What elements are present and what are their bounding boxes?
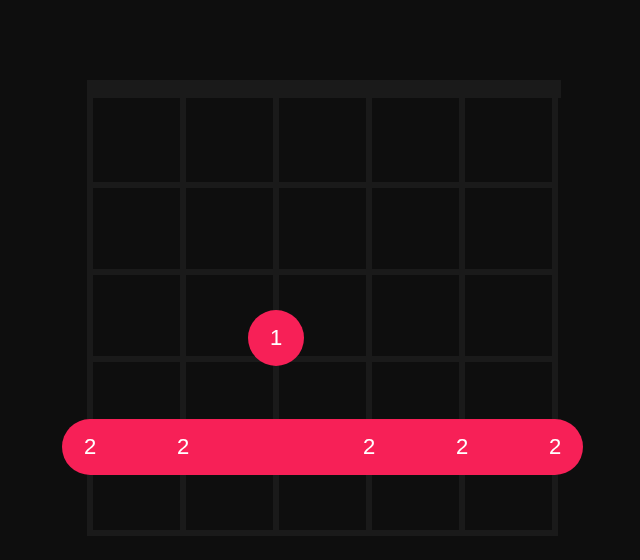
fret-3 [87, 356, 558, 362]
barre-label-string-1: 2 [84, 434, 96, 460]
fret-5 [87, 530, 558, 536]
barre-label-string-5: 2 [456, 434, 468, 460]
barre-label-string-4: 2 [363, 434, 375, 460]
barre-fret-4 [62, 419, 583, 475]
barre-label-string-6: 2 [549, 434, 561, 460]
finger-dot-1-label: 1 [270, 325, 282, 351]
fret-2 [87, 269, 558, 275]
chord-diagram: 2 2 2 2 2 1 [0, 0, 640, 560]
finger-dot-1: 1 [248, 310, 304, 366]
barre-label-string-2: 2 [177, 434, 189, 460]
fret-1 [87, 182, 558, 188]
nut [87, 80, 561, 98]
